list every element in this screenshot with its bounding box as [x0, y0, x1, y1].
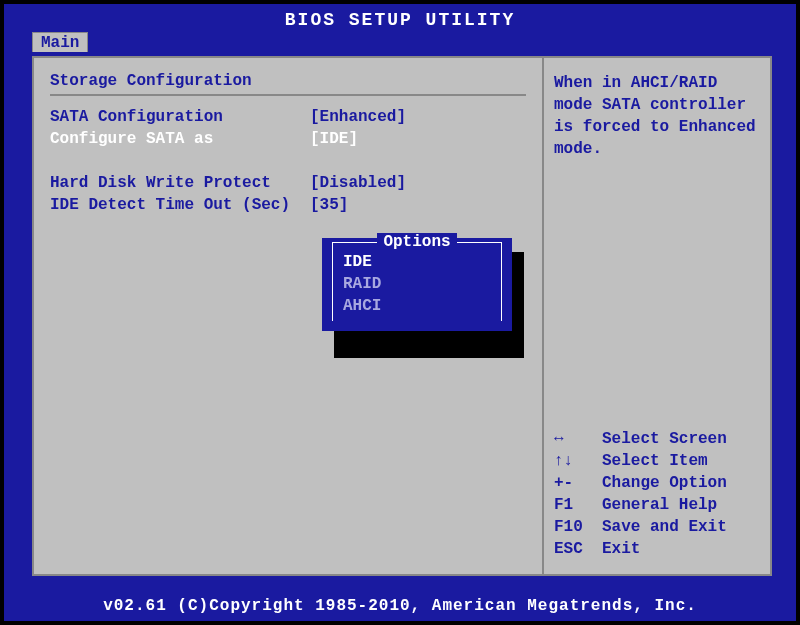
spacer: [50, 150, 526, 172]
setting-row-ide-timeout[interactable]: IDE Detect Time Out (Sec) [35]: [50, 194, 526, 216]
popup-title: Options: [377, 233, 457, 251]
setting-label: Configure SATA as: [50, 128, 310, 150]
setting-value: [35]: [310, 194, 348, 216]
popup-option-label: RAID: [343, 275, 381, 293]
popup-option-raid[interactable]: RAID: [333, 273, 501, 295]
help-key: ESC: [554, 538, 602, 560]
help-key-desc: Save and Exit: [602, 516, 727, 538]
help-key: F10: [554, 516, 602, 538]
content-area: Storage Configuration SATA Configuration…: [32, 56, 772, 576]
help-key-row: ↑↓ Select Item: [554, 450, 760, 472]
help-key-desc: Change Option: [602, 472, 727, 494]
title-text: BIOS SETUP UTILITY: [285, 10, 515, 30]
tab-main-label: Main: [41, 34, 79, 52]
setting-label: Hard Disk Write Protect: [50, 172, 310, 194]
setting-value: [IDE]: [310, 128, 358, 150]
setting-label: IDE Detect Time Out (Sec): [50, 194, 310, 216]
help-key: F1: [554, 494, 602, 516]
title-bar: BIOS SETUP UTILITY: [4, 4, 796, 32]
right-pane: When in AHCI/RAID mode SATA controller i…: [544, 58, 770, 574]
tab-main[interactable]: Main: [32, 32, 88, 52]
setting-row-sata-config[interactable]: SATA Configuration [Enhanced]: [50, 106, 526, 128]
help-key-row: F10 Save and Exit: [554, 516, 760, 538]
help-key: +-: [554, 472, 602, 494]
popup-option-ahci[interactable]: AHCI: [333, 295, 501, 317]
footer-bar: v02.61 (C)Copyright 1985-2010, American …: [4, 591, 796, 621]
help-text: When in AHCI/RAID mode SATA controller i…: [554, 72, 760, 160]
help-key-desc: Exit: [602, 538, 640, 560]
help-key-row: ↔ Select Screen: [554, 428, 760, 450]
help-key-desc: Select Item: [602, 450, 708, 472]
popup-option-ide[interactable]: IDE: [333, 251, 501, 273]
setting-row-hd-write-protect[interactable]: Hard Disk Write Protect [Disabled]: [50, 172, 526, 194]
setting-row-configure-sata-as[interactable]: Configure SATA as [IDE]: [50, 128, 526, 150]
section-title: Storage Configuration: [50, 72, 526, 90]
help-key-row: +- Change Option: [554, 472, 760, 494]
footer-text: v02.61 (C)Copyright 1985-2010, American …: [103, 597, 697, 615]
options-popup: Options IDE RAID AHCI: [322, 238, 512, 331]
popup-option-label: AHCI: [343, 297, 381, 315]
help-key: ↑↓: [554, 450, 602, 472]
help-key-row: ESC Exit: [554, 538, 760, 560]
setting-label: SATA Configuration: [50, 106, 310, 128]
tab-bar: Main: [4, 32, 796, 52]
left-pane: Storage Configuration SATA Configuration…: [34, 58, 544, 574]
help-key: ↔: [554, 428, 602, 450]
help-keys: ↔ Select Screen ↑↓ Select Item +- Change…: [554, 428, 760, 560]
help-key-desc: General Help: [602, 494, 717, 516]
help-key-row: F1 General Help: [554, 494, 760, 516]
setting-value: [Disabled]: [310, 172, 406, 194]
bios-screen: BIOS SETUP UTILITY Main Storage Configur…: [4, 4, 796, 621]
popup-option-label: IDE: [343, 253, 372, 271]
setting-value: [Enhanced]: [310, 106, 406, 128]
help-key-desc: Select Screen: [602, 428, 727, 450]
divider: [50, 94, 526, 96]
